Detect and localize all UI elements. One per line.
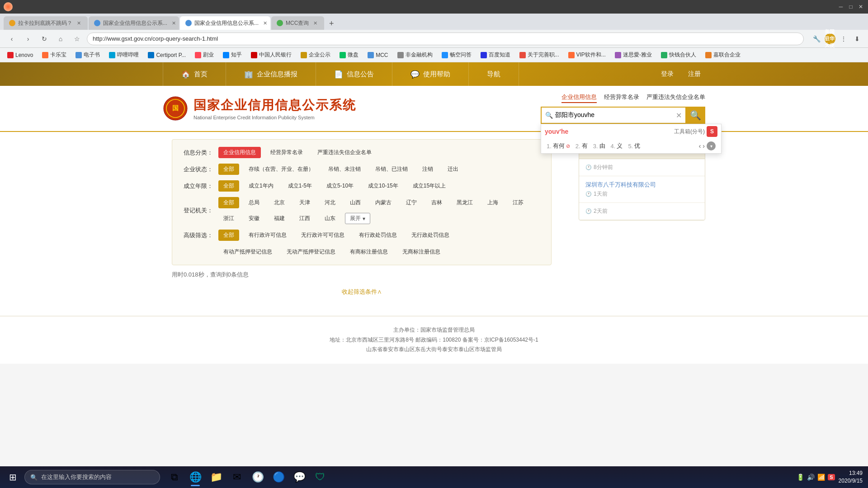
filter-info-blacklist[interactable]: 严重违法失信企业名单 bbox=[312, 147, 377, 158]
bookmark-enterprise[interactable]: 企业公示 bbox=[297, 50, 334, 60]
filter-status-cancel3[interactable]: 注销 bbox=[417, 164, 438, 175]
filter-reg-liaoning[interactable]: 辽宁 bbox=[401, 197, 422, 208]
filter-reg-neimenggu[interactable]: 内蒙古 bbox=[370, 197, 396, 208]
nav-help[interactable]: 💬 使用帮助 bbox=[392, 62, 469, 86]
taskbar-explorer[interactable]: 📁 bbox=[206, 467, 226, 487]
filter-adv-immovable[interactable]: 无动产抵押登记信息 bbox=[282, 246, 340, 258]
search-button[interactable]: 🔍 bbox=[685, 107, 705, 124]
recent-name-2[interactable]: 深圳市八千万科技有限公司 bbox=[585, 181, 698, 189]
tab-1[interactable]: 拉卡拉到底跳不跳码？ ✕ bbox=[4, 16, 88, 30]
extensions-btn[interactable]: 🔧 bbox=[811, 33, 822, 44]
filter-est-1y[interactable]: 成立1年内 bbox=[244, 180, 278, 192]
filter-reg-jiangxi[interactable]: 江西 bbox=[294, 213, 315, 224]
settings-btn[interactable]: ⋮ bbox=[838, 33, 849, 44]
taskbar-chrome[interactable]: 🔵 bbox=[269, 467, 288, 487]
back-btn[interactable]: ‹ bbox=[5, 33, 18, 45]
filter-reg-heilongjiang[interactable]: 黑龙江 bbox=[452, 197, 478, 208]
bookmark-mcc[interactable]: MCC bbox=[364, 51, 392, 60]
bookmark-kuaiqian[interactable]: 快钱合伙人 bbox=[657, 50, 700, 60]
filter-est-15plus[interactable]: 成立15年以上 bbox=[408, 180, 451, 192]
bookmark-ebook[interactable]: 电子书 bbox=[72, 50, 104, 60]
taskbar-wechat[interactable]: 💬 bbox=[289, 467, 309, 487]
filter-reg-shanxi[interactable]: 山西 bbox=[345, 197, 366, 208]
nav-guide[interactable]: 导航 bbox=[469, 62, 519, 86]
close-btn[interactable]: ✕ bbox=[857, 3, 864, 10]
login-btn[interactable]: 登录 bbox=[661, 70, 674, 78]
filter-est-all[interactable]: 全部 bbox=[218, 180, 239, 192]
filter-reg-jiangsu[interactable]: 江苏 bbox=[508, 197, 528, 208]
taskbar-edge[interactable]: 🌐 bbox=[185, 467, 205, 487]
sug-expand-btn[interactable]: ▾ bbox=[707, 141, 716, 150]
filter-status-active[interactable]: 存续（在营、开业、在册） bbox=[244, 164, 319, 175]
filter-est-10y[interactable]: 成立5-10年 bbox=[321, 180, 359, 192]
bookmark-vip[interactable]: VIP软件和... bbox=[565, 50, 609, 60]
register-btn[interactable]: 注册 bbox=[688, 70, 701, 78]
filter-est-15y[interactable]: 成立10-15年 bbox=[363, 180, 403, 192]
filter-status-cancel2[interactable]: 吊销、已注销 bbox=[370, 164, 413, 175]
taskbar-taskview[interactable]: ⧉ bbox=[165, 467, 184, 487]
bookmark-drama[interactable]: 剧业 bbox=[191, 50, 217, 60]
url-bar[interactable]: http://www.gsxt.gov.cn/corp-query-search… bbox=[87, 33, 804, 45]
tab-1-close[interactable]: ✕ bbox=[75, 19, 82, 27]
search-clear-btn[interactable]: ✕ bbox=[676, 111, 682, 120]
search-tab-blacklist[interactable]: 严重违法失信企业名单 bbox=[646, 93, 705, 103]
bookmark-kalabao[interactable]: 卡乐宝 bbox=[38, 50, 70, 60]
bookmark-weipan[interactable]: 微盘 bbox=[336, 50, 362, 60]
bookmark-baidu[interactable]: 百度知道 bbox=[477, 50, 514, 60]
filter-info-abnormal[interactable]: 经营异常名录 bbox=[265, 147, 308, 158]
tab-2[interactable]: 国家企业信用信息公示系... ✕ bbox=[89, 16, 179, 30]
filter-adv-no-trademark[interactable]: 无商标注册信息 bbox=[397, 246, 445, 258]
filter-reg-shandong[interactable]: 山东 bbox=[320, 213, 340, 224]
filter-reg-general[interactable]: 总局 bbox=[244, 197, 264, 208]
bookmark-changkong[interactable]: 畅空问答 bbox=[438, 50, 475, 60]
filter-info-credit[interactable]: 企业信用信息 bbox=[218, 147, 261, 158]
filter-adv-no-admin-penalty[interactable]: 无行政处罚信息 bbox=[406, 230, 454, 241]
nav-home[interactable]: 🏠 首页 bbox=[163, 62, 226, 86]
tab-4[interactable]: MCC查询 ✕ bbox=[271, 16, 324, 30]
filter-status-all[interactable]: 全部 bbox=[218, 164, 239, 175]
nav-announcements[interactable]: 📄 信息公告 bbox=[316, 62, 392, 86]
taskbar-clock[interactable]: 🕐 bbox=[248, 467, 268, 487]
tab-3-close[interactable]: ✕ bbox=[261, 19, 269, 27]
start-button[interactable]: ⊞ bbox=[2, 468, 24, 486]
forward-btn[interactable]: › bbox=[22, 33, 34, 45]
filter-adv-all[interactable]: 全部 bbox=[218, 230, 239, 241]
bookmark-misi[interactable]: 迷思愛-雅业 bbox=[611, 50, 656, 60]
filter-reg-beijing[interactable]: 北京 bbox=[269, 197, 290, 208]
suggestion-3[interactable]: 3. 由 bbox=[593, 142, 605, 150]
filter-reg-anhui[interactable]: 安徽 bbox=[244, 213, 264, 224]
filter-reg-zhejiang[interactable]: 浙江 bbox=[218, 213, 239, 224]
search-tab-abnormal[interactable]: 经营异常名录 bbox=[604, 93, 639, 103]
search-tab-credit[interactable]: 企业信用信息 bbox=[561, 93, 597, 103]
filter-reg-tianjin[interactable]: 天津 bbox=[294, 197, 315, 208]
bookmark-pboc[interactable]: 中国人民银行 bbox=[247, 50, 295, 60]
nav-enterprise-info[interactable]: 🏢 企业信息播报 bbox=[226, 62, 316, 86]
filter-est-5y[interactable]: 成立1-5年 bbox=[283, 180, 317, 192]
bookmark-certiport[interactable]: Certiport P... bbox=[144, 51, 189, 60]
suggestion-2[interactable]: 2. 有 bbox=[576, 142, 588, 150]
minimize-btn[interactable]: ─ bbox=[837, 3, 844, 10]
filter-reg-shanghai[interactable]: 上海 bbox=[482, 197, 503, 208]
filter-adv-admin-penalty[interactable]: 有行政处罚信息 bbox=[354, 230, 402, 241]
filter-status-move[interactable]: 迁出 bbox=[443, 164, 463, 175]
bookmark-nonfinance[interactable]: 非金融机构 bbox=[394, 50, 436, 60]
bookmark-jia[interactable]: 嘉联合企业 bbox=[702, 50, 744, 60]
new-tab-btn[interactable]: + bbox=[325, 17, 338, 30]
filter-reg-hebei[interactable]: 河北 bbox=[320, 197, 340, 208]
filter-reg-all[interactable]: 全部 bbox=[218, 197, 239, 208]
sug-prev-btn[interactable]: ‹ bbox=[699, 142, 701, 150]
tab-2-close[interactable]: ✕ bbox=[170, 19, 177, 27]
filter-reg-fujian[interactable]: 福建 bbox=[269, 213, 290, 224]
filter-adv-admin-permit[interactable]: 有行政许可信息 bbox=[244, 230, 292, 241]
taskbar-search[interactable]: 🔍 在这里输入你要搜索的内容 bbox=[24, 470, 160, 484]
maximize-btn[interactable]: □ bbox=[847, 3, 854, 10]
filter-adv-no-admin-permit[interactable]: 无行政许可可信息 bbox=[296, 230, 349, 241]
bookmark-btn[interactable]: ☆ bbox=[71, 33, 83, 45]
tab-4-close[interactable]: ✕ bbox=[311, 19, 319, 27]
suggestion-4[interactable]: 4. 义 bbox=[611, 142, 623, 150]
bookmark-lenovo[interactable]: Lenovo bbox=[4, 51, 37, 60]
bookmark-bilibili[interactable]: 哔哩哔哩 bbox=[105, 50, 142, 60]
tab-3[interactable]: 国家企业信用信息公示系... ✕ bbox=[180, 16, 270, 30]
home-btn[interactable]: ⌂ bbox=[54, 33, 67, 45]
filter-reg-jilin[interactable]: 吉林 bbox=[426, 197, 447, 208]
